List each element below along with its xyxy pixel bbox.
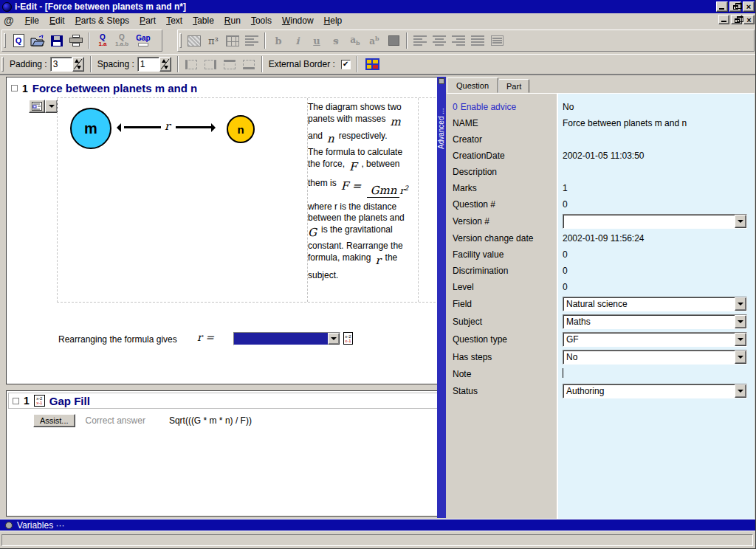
collapse-toggle[interactable] xyxy=(11,85,18,92)
prop-label: Question type xyxy=(447,334,557,345)
subscript-button[interactable]: ab xyxy=(346,31,365,50)
tab-part[interactable]: Part xyxy=(498,79,529,93)
prop-value[interactable]: 2002-01-05 11:03:50 xyxy=(557,151,755,161)
element-dropdown-button[interactable] xyxy=(45,100,58,113)
question-description[interactable]: The diagram shows two panets with masses… xyxy=(308,102,419,281)
child-close-button[interactable]: × xyxy=(743,15,755,24)
toolbar-grip[interactable] xyxy=(1,57,4,72)
menu-parts-steps[interactable]: Parts & Steps xyxy=(70,14,134,27)
print-button[interactable] xyxy=(66,31,86,50)
collapse-toggle[interactable] xyxy=(13,398,19,404)
planet-n[interactable]: n xyxy=(227,115,255,143)
prop-value[interactable]: 2002-01-09 11:56:24 xyxy=(557,233,755,244)
save-button[interactable] xyxy=(47,31,66,50)
menu-tools[interactable]: Tools xyxy=(246,14,277,27)
menu-file[interactable]: File xyxy=(20,14,44,27)
subject-combobox[interactable]: Maths xyxy=(563,314,747,329)
status-combobox[interactable]: Authoring xyxy=(563,384,747,398)
restore-button[interactable] xyxy=(729,1,741,12)
paragraph-button[interactable] xyxy=(242,31,261,50)
align-right-button[interactable] xyxy=(449,31,468,50)
has-steps-combobox[interactable]: No xyxy=(563,350,747,365)
border-left-button[interactable] xyxy=(182,57,200,72)
close-button[interactable]: × xyxy=(743,1,755,12)
child-restore-button[interactable] xyxy=(731,15,742,24)
dropdown-arrow-button[interactable] xyxy=(735,384,746,398)
dropdown-arrow-button[interactable] xyxy=(735,215,746,228)
child-minimize-button[interactable] xyxy=(718,15,729,24)
up-down-icon xyxy=(73,58,83,70)
element-properties-button[interactable] xyxy=(29,100,45,113)
insert-image-button[interactable] xyxy=(185,31,204,50)
dropdown-arrow-button[interactable] xyxy=(735,333,746,346)
prop-value[interactable]: 0 xyxy=(557,249,755,260)
version-combobox[interactable] xyxy=(563,214,747,229)
tab-question[interactable]: Question xyxy=(447,77,498,93)
menu-help[interactable]: Help xyxy=(319,14,348,27)
italic-button[interactable]: i xyxy=(288,31,307,50)
note-field[interactable] xyxy=(557,368,755,380)
insert-formula-button[interactable]: π³ xyxy=(204,31,223,50)
dropdown-arrow-button[interactable] xyxy=(328,333,340,345)
open-button[interactable] xyxy=(28,31,47,50)
padding-stepper[interactable] xyxy=(72,57,84,72)
layout-cell-region[interactable]: m n r The diagram shows two panets with … xyxy=(57,97,439,303)
prop-value[interactable]: 0 xyxy=(557,266,755,276)
vertical-align-button[interactable] xyxy=(487,31,506,50)
fill-color-button[interactable] xyxy=(384,31,403,50)
gap-button[interactable]: Gap xyxy=(131,31,155,50)
field-combobox[interactable]: Natural science xyxy=(563,297,747,311)
prop-row-version-number: Version # xyxy=(447,213,755,230)
menu-table[interactable]: Table xyxy=(188,14,219,27)
superscript-button[interactable]: ab xyxy=(365,31,384,50)
advanced-tab[interactable]: Advanced ... xyxy=(437,77,446,518)
question-type-combobox[interactable]: GF xyxy=(563,332,747,347)
gapfill-marker-icon[interactable]: x-2x-1 xyxy=(343,332,353,345)
prop-row-field: Field Natural science xyxy=(447,295,755,313)
correct-answer-value[interactable]: Sqrt(((G * m * n) / F)) xyxy=(169,415,252,426)
new-question-button[interactable]: Q xyxy=(9,31,28,50)
dropdown-arrow-button[interactable] xyxy=(735,297,746,311)
prop-value[interactable]: 1 xyxy=(557,183,755,193)
align-right-icon xyxy=(452,35,465,46)
menu-part[interactable]: Part xyxy=(134,14,161,27)
align-center-button[interactable] xyxy=(430,31,449,50)
external-border-checkbox[interactable]: ✔ xyxy=(341,60,351,69)
bold-button[interactable]: b xyxy=(269,31,288,50)
minimize-button[interactable] xyxy=(716,1,728,12)
prop-value[interactable]: No xyxy=(557,102,755,112)
planet-m[interactable]: m xyxy=(70,108,111,149)
dropdown-arrow-button[interactable] xyxy=(735,351,746,364)
question-1a-button[interactable]: Q1.a xyxy=(93,31,112,50)
math-F-equals: F = xyxy=(341,181,362,192)
insert-table-button[interactable] xyxy=(223,31,242,50)
prop-value[interactable]: Force between planets m and n xyxy=(557,118,755,128)
dropdown-arrow-button[interactable] xyxy=(735,315,746,328)
math-m: m xyxy=(390,117,400,128)
strikethrough-button[interactable]: s xyxy=(326,31,346,50)
underline-button[interactable]: u xyxy=(307,31,326,50)
prop-label: Version # xyxy=(447,216,557,227)
menu-edit[interactable]: Edit xyxy=(44,14,70,27)
menu-run[interactable]: Run xyxy=(219,14,246,27)
answer-dropdown[interactable] xyxy=(233,332,340,345)
border-bottom-button[interactable] xyxy=(240,57,258,72)
border-top-button[interactable] xyxy=(221,57,238,72)
padding-input[interactable] xyxy=(50,57,72,72)
prop-value[interactable]: 0 xyxy=(557,199,755,210)
variables-bar[interactable]: Variables ··· xyxy=(0,519,756,531)
menu-text[interactable]: Text xyxy=(161,14,188,27)
border-right-button[interactable] xyxy=(202,57,219,72)
spacing-input[interactable] xyxy=(137,57,159,72)
table-colors-button[interactable] xyxy=(365,58,379,70)
menu-window[interactable]: Window xyxy=(277,14,319,27)
toolbar-grip[interactable] xyxy=(4,33,6,48)
document-icon[interactable]: @ xyxy=(4,15,14,27)
toolbar-grip[interactable] xyxy=(179,33,182,48)
assist-button[interactable]: Assist... xyxy=(33,414,75,427)
spacing-stepper[interactable] xyxy=(159,57,171,72)
align-left-button[interactable] xyxy=(410,31,430,50)
question-1ab-button[interactable]: Q1.a.b xyxy=(112,31,131,50)
prop-value[interactable]: 0 xyxy=(557,282,755,292)
justify-button[interactable] xyxy=(468,31,487,50)
